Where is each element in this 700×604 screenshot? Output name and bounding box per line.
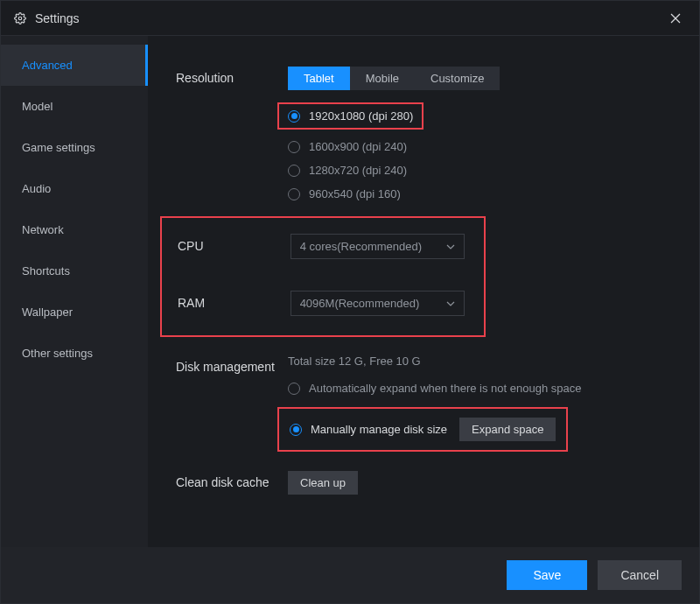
sidebar-item-network[interactable]: Network [1,209,148,250]
chevron-down-icon [446,242,455,251]
cancel-button[interactable]: Cancel [598,560,682,590]
radio-icon [288,383,300,395]
radio-label: 1600x900 (dpi 240) [309,140,407,153]
highlight-disk-manual: Manually manage disk size Expand space [277,407,568,452]
footer: Save Cancel [1,547,699,603]
sidebar-item-label: Audio [22,182,51,195]
window-title: Settings [35,11,665,25]
radio-icon [288,110,300,123]
resolution-row: Resolution Tablet Mobile Customize 1920x… [176,67,673,200]
clean-up-button[interactable]: Clean up [288,471,358,495]
resolution-label: Resolution [176,67,288,200]
clean-content: Clean up [288,471,673,495]
radio-label: Automatically expand when there is not e… [309,382,581,395]
tab-mobile[interactable]: Mobile [350,67,415,90]
sidebar-item-label: Game settings [22,141,95,154]
tab-tablet[interactable]: Tablet [288,67,350,90]
highlight-resolution: 1920x1080 (dpi 280) [277,102,424,130]
sidebar-item-advanced[interactable]: Advanced [1,45,148,86]
ram-row: RAM 4096M(Recommended) [178,291,465,316]
highlight-cpu-ram: CPU 4 cores(Recommended) RAM 4096M(Recom… [160,216,486,337]
sidebar-item-other-settings[interactable]: Other settings [1,333,148,374]
close-button[interactable] [665,8,686,29]
cpu-dropdown[interactable]: 4 cores(Recommended) [290,234,465,259]
sidebar: Advanced Model Game settings Audio Netwo… [1,36,148,547]
radio-res-1600[interactable]: 1600x900 (dpi 240) [288,140,673,153]
radio-disk-manual[interactable]: Manually manage disk size [290,423,447,436]
ram-dropdown[interactable]: 4096M(Recommended) [290,291,465,316]
radio-label: 1920x1080 (dpi 280) [309,109,413,123]
radio-icon [290,424,302,436]
sidebar-item-game-settings[interactable]: Game settings [1,127,148,168]
radio-disk-auto[interactable]: Automatically expand when there is not e… [288,382,673,395]
disk-info: Total size 12 G, Free 10 G [288,355,673,368]
sidebar-item-label: Wallpaper [22,306,73,319]
cpu-row: CPU 4 cores(Recommended) [178,234,465,259]
disk-row: Disk management Total size 12 G, Free 10… [176,355,673,452]
content-panel: Resolution Tablet Mobile Customize 1920x… [148,36,699,547]
resolution-tabs: Tablet Mobile Customize [288,67,673,90]
svg-point-0 [18,17,22,20]
gear-icon [14,12,26,25]
radio-label: Manually manage disk size [311,423,447,436]
expand-space-button[interactable]: Expand space [459,418,556,441]
sidebar-item-label: Other settings [22,347,93,360]
chevron-down-icon [446,299,455,308]
radio-label: 960x540 (dpi 160) [309,187,401,200]
sidebar-item-shortcuts[interactable]: Shortcuts [1,250,148,291]
tab-customize[interactable]: Customize [415,67,500,90]
radio-res-1280[interactable]: 1280x720 (dpi 240) [288,164,673,177]
clean-row: Clean disk cache Clean up [176,471,673,495]
radio-label: 1280x720 (dpi 240) [309,164,407,177]
save-button[interactable]: Save [507,560,587,590]
disk-content: Total size 12 G, Free 10 G Automatically… [288,355,673,452]
clean-label: Clean disk cache [176,471,288,495]
radio-icon [288,141,300,153]
settings-window: Settings Advanced Model Game settings Au… [0,0,700,604]
titlebar: Settings [1,1,699,36]
sidebar-item-label: Advanced [22,59,73,72]
cpu-value: 4 cores(Recommended) [300,240,422,253]
sidebar-item-model[interactable]: Model [1,86,148,127]
close-icon [670,13,681,24]
cpu-label: CPU [178,234,290,259]
resolution-content: Tablet Mobile Customize 1920x1080 (dpi 2… [288,67,673,200]
resolution-options: 1920x1080 (dpi 280) 1600x900 (dpi 240) 1… [288,108,673,200]
sidebar-item-label: Model [22,100,52,113]
ram-label: RAM [178,291,290,316]
ram-value: 4096M(Recommended) [300,297,420,310]
disk-options: Automatically expand when there is not e… [288,382,673,452]
sidebar-item-wallpaper[interactable]: Wallpaper [1,291,148,333]
sidebar-item-label: Network [22,223,64,236]
sidebar-item-label: Shortcuts [22,264,70,277]
radio-res-1920[interactable]: 1920x1080 (dpi 280) [288,109,413,123]
disk-label: Disk management [176,355,288,452]
radio-icon [288,188,300,200]
sidebar-item-audio[interactable]: Audio [1,168,148,209]
radio-icon [288,165,300,177]
radio-res-960[interactable]: 960x540 (dpi 160) [288,187,673,200]
main-area: Advanced Model Game settings Audio Netwo… [1,36,699,547]
